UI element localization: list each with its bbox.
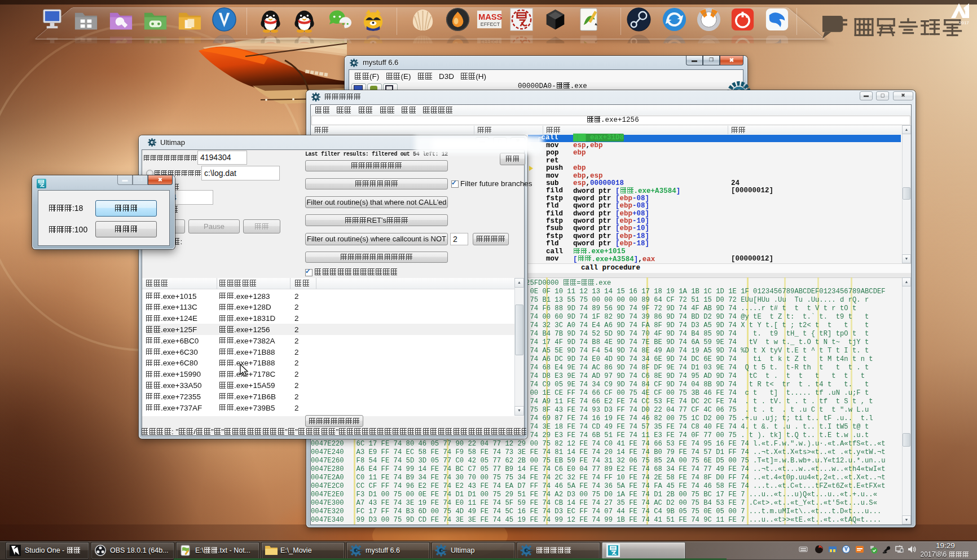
svg-text:2017: 2017 [959,20,969,25]
svg-text:MASS: MASS [478,12,503,21]
svg-text:EFFECT: EFFECT [481,21,500,27]
